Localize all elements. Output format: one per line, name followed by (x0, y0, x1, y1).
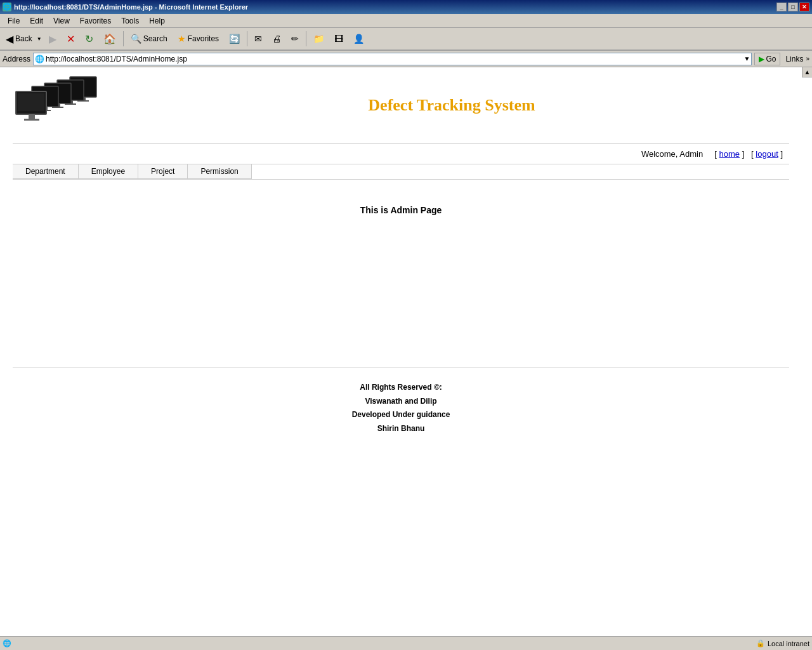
address-input-wrap[interactable]: 🌐 ▼ (33, 53, 752, 65)
menu-file[interactable]: File (3, 15, 25, 27)
main-content: This is Admin Page (13, 180, 789, 241)
stop-icon: ✕ (67, 33, 75, 45)
address-label: Address (3, 55, 30, 63)
back-button[interactable]: ◀ Back (3, 30, 36, 48)
address-bar: Address 🌐 ▼ ▶ Go Links » (0, 51, 812, 67)
window-title: http://localhost:8081/DTS/AdminHome.jsp … (14, 3, 248, 11)
refresh-icon: ↻ (85, 33, 93, 45)
separator-3 (306, 31, 306, 46)
separator-1 (123, 31, 124, 46)
svg-rect-13 (18, 93, 44, 111)
footer-line3: Developed Under guidance (25, 408, 776, 422)
print-icon: 🖨 (272, 34, 281, 44)
close-button[interactable]: ✕ (799, 3, 809, 11)
admin-page-text: This is Admin Page (360, 205, 442, 215)
links-label: Links (785, 55, 803, 63)
go-arrow-icon: ▶ (759, 55, 764, 63)
nav-menu: Department Employee Project Permission (13, 164, 789, 180)
monitors-svg (13, 74, 108, 131)
menu-tools[interactable]: Tools (116, 15, 144, 27)
favorites-button[interactable]: ★ Favorites (173, 30, 223, 48)
links-arrow-icon: » (806, 55, 809, 62)
header-section: Defect Tracking System (13, 74, 789, 144)
logout-link[interactable]: logout (756, 149, 778, 159)
page-icon: 🌐 (35, 55, 44, 63)
separator-2 (247, 31, 247, 46)
title-bar: 🌐 http://localhost:8081/DTS/AdminHome.js… (0, 0, 812, 14)
menu-bar: File Edit View Favorites Tools Help (0, 14, 812, 28)
stop-button[interactable]: ✕ (62, 30, 79, 48)
welcome-bar: Welcome, Admin [ home ] [ logout ] (13, 144, 789, 164)
home-button[interactable]: 🏠 (99, 30, 121, 48)
back-button-group[interactable]: ◀ Back ▼ (3, 30, 43, 48)
app-title: Defect Tracking System (368, 96, 535, 114)
monitor-image (13, 80, 108, 131)
refresh-button[interactable]: ↻ (81, 30, 98, 48)
film-icon: 🎞 (334, 34, 343, 44)
footer-line1: All Rights Reserved ©: (25, 381, 776, 395)
edit-button[interactable]: ✏ (287, 30, 303, 48)
search-icon: 🔍 (131, 34, 141, 44)
back-icon: ◀ (6, 33, 13, 45)
home-link[interactable]: home (719, 149, 740, 159)
footer-line4: Shirin Bhanu (25, 422, 776, 436)
folder-icon: 📁 (313, 34, 324, 44)
svg-rect-14 (29, 114, 35, 119)
ie-icon: 🌐 (3, 3, 11, 11)
edit-icon: ✏ (291, 34, 299, 44)
home-icon: 🏠 (103, 33, 116, 45)
scroll-up-button[interactable]: ▲ (802, 67, 812, 77)
toolbar: ◀ Back ▼ ▶ ✕ ↻ 🏠 🔍 Search ★ Favorites 🔄 … (0, 28, 812, 51)
folder-button[interactable]: 📁 (309, 30, 329, 48)
window-controls[interactable]: _ □ ✕ (776, 3, 809, 11)
favorites-label: Favorites (188, 34, 219, 43)
go-label: Go (766, 55, 776, 63)
media2-button[interactable]: 🎞 (330, 30, 348, 48)
menu-view[interactable]: View (48, 15, 75, 27)
mail-icon: ✉ (254, 34, 262, 44)
address-dropdown-arrow[interactable]: ▼ (744, 55, 750, 62)
go-button[interactable]: ▶ Go (754, 53, 780, 65)
minimize-button[interactable]: _ (776, 3, 787, 11)
back-label: Back (15, 34, 32, 43)
back-dropdown-arrow[interactable]: ▼ (36, 30, 43, 48)
print-button[interactable]: 🖨 (268, 30, 285, 48)
nav-permission[interactable]: Permission (188, 164, 251, 179)
welcome-text: Welcome, Admin (641, 149, 703, 159)
nav-employee[interactable]: Employee (79, 164, 138, 179)
menu-help[interactable]: Help (144, 15, 170, 27)
logo-area (13, 80, 114, 131)
nav-department[interactable]: Department (13, 164, 79, 179)
address-input[interactable] (46, 55, 743, 63)
forward-icon: ▶ (49, 33, 56, 45)
search-button[interactable]: 🔍 Search (126, 30, 172, 48)
maximize-button[interactable]: □ (788, 3, 798, 11)
media-icon: 🔄 (229, 34, 240, 44)
forward-button[interactable]: ▶ (44, 30, 61, 48)
footer: All Rights Reserved ©: Viswanath and Dil… (13, 368, 789, 448)
network-icon: 👤 (353, 34, 364, 44)
nav-project[interactable]: Project (138, 164, 188, 179)
search-label: Search (143, 34, 167, 43)
star-icon: ★ (178, 34, 186, 44)
bracket-close-logout: ] (778, 149, 783, 159)
network-button[interactable]: 👤 (349, 30, 369, 48)
app-title-area: Defect Tracking System (114, 96, 789, 115)
svg-rect-15 (24, 119, 39, 121)
media-button[interactable]: 🔄 (225, 30, 244, 48)
mail-button[interactable]: ✉ (250, 30, 266, 48)
menu-edit[interactable]: Edit (25, 15, 48, 27)
bracket-close-home: ] (740, 149, 744, 159)
browser-content: ▲ (0, 67, 812, 626)
page-wrap: Defect Tracking System Welcome, Admin [ … (0, 67, 802, 626)
menu-favorites[interactable]: Favorites (75, 15, 116, 27)
footer-line2: Viswanath and Dilip (25, 395, 776, 409)
bracket-open-home: [ (714, 149, 719, 159)
